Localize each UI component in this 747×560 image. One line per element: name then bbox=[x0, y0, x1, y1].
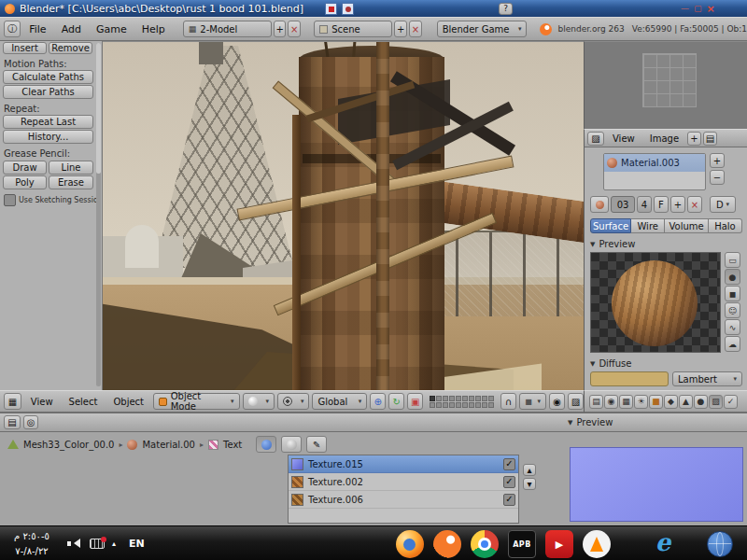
context-world-icon[interactable]: ☀ bbox=[634, 395, 648, 409]
diffuse-shader-selector[interactable]: Lambert ▾ bbox=[672, 371, 742, 386]
scene-selector[interactable]: Scene bbox=[314, 21, 392, 37]
image-menu-image[interactable]: Image bbox=[643, 130, 685, 147]
texture-enable-checkbox[interactable]: ✓ bbox=[503, 458, 515, 470]
layer-cell[interactable] bbox=[436, 402, 442, 408]
window-minimize-button[interactable]: — bbox=[681, 4, 689, 13]
insert-button[interactable]: Insert bbox=[3, 42, 47, 54]
context-texture-icon[interactable]: ▨ bbox=[709, 395, 723, 409]
mode-selector[interactable]: Object Mode ▾ bbox=[153, 393, 240, 410]
menu-help[interactable]: Help bbox=[135, 18, 172, 40]
texture-enable-checkbox[interactable]: ✓ bbox=[503, 476, 515, 488]
properties-editor-type-icon[interactable]: ▤ bbox=[589, 395, 603, 409]
orientation-selector[interactable]: Global ▾ bbox=[312, 393, 367, 410]
remove-button[interactable]: Remove bbox=[49, 42, 92, 54]
preview-monkey-button[interactable]: ☺ bbox=[725, 302, 740, 318]
tab-wire[interactable]: Wire bbox=[631, 218, 665, 233]
layer-cell[interactable] bbox=[462, 396, 468, 401]
preview-flat-button[interactable]: ▭ bbox=[725, 252, 740, 268]
history-button[interactable]: History... bbox=[3, 130, 93, 144]
menu-game[interactable]: Game bbox=[90, 18, 134, 40]
texture-context-material-button[interactable] bbox=[256, 436, 276, 453]
layer-cell[interactable] bbox=[475, 402, 481, 408]
texture-context-world-button[interactable] bbox=[281, 436, 302, 453]
texture-slot-list[interactable]: Texture.015 ✓ Texture.002 ✓ Texture.006 … bbox=[288, 455, 519, 524]
taskbar-youtube-icon[interactable]: ▶ bbox=[545, 530, 573, 558]
snap-magnet-button[interactable]: ∩ bbox=[500, 393, 516, 410]
pin-icon[interactable]: ◎ bbox=[23, 415, 38, 429]
taskbar-blender-icon[interactable] bbox=[433, 530, 461, 558]
image-new-button[interactable]: + bbox=[687, 132, 701, 146]
manipulator-translate-button[interactable]: ⊕ bbox=[370, 393, 386, 410]
context-constraint-icon[interactable]: ◆ bbox=[664, 395, 678, 409]
manipulator-scale-button[interactable]: ▣ bbox=[407, 393, 423, 410]
texture-slot-row[interactable]: Texture.015 ✓ bbox=[289, 455, 518, 473]
calculate-paths-button[interactable]: Calculate Paths bbox=[3, 70, 93, 84]
layer-cell[interactable] bbox=[449, 402, 455, 408]
material-name-field[interactable]: 03 bbox=[611, 196, 635, 213]
texture-enable-checkbox[interactable]: ✓ bbox=[503, 494, 515, 506]
language-indicator[interactable]: EN bbox=[129, 538, 145, 550]
image-editor[interactable] bbox=[584, 41, 747, 129]
scene-add-button[interactable]: + bbox=[394, 21, 407, 37]
layer-cell[interactable] bbox=[436, 396, 442, 401]
window-close-button[interactable]: × bbox=[707, 3, 715, 15]
material-browse-button[interactable] bbox=[590, 196, 609, 213]
taskbar-firefox-icon[interactable] bbox=[396, 530, 424, 558]
preview-cube-button[interactable]: ◼ bbox=[725, 286, 740, 301]
context-render-icon[interactable]: ◉ bbox=[604, 395, 618, 409]
context-data-icon[interactable]: ● bbox=[694, 395, 708, 409]
material-fake-user-button[interactable]: F bbox=[654, 196, 669, 213]
viewport-menu-view[interactable]: View bbox=[24, 391, 60, 412]
grease-poly-button[interactable]: Poly bbox=[3, 175, 47, 189]
image-editor-type-icon[interactable]: ▨ bbox=[587, 132, 604, 146]
viewport-menu-object[interactable]: Object bbox=[106, 391, 150, 412]
tab-surface[interactable]: Surface bbox=[590, 218, 631, 233]
overlay-rec-icon-2[interactable] bbox=[342, 3, 354, 15]
texture-slot-row[interactable]: Texture.006 ✓ bbox=[289, 491, 518, 509]
layer-cell[interactable] bbox=[456, 402, 461, 408]
taskbar-clock[interactable]: ٥-٢:٥٠ م ٢٢/-٨/-٧ bbox=[2, 529, 62, 558]
manipulator-rotate-button[interactable]: ↻ bbox=[388, 393, 404, 410]
diffuse-color-swatch[interactable] bbox=[590, 371, 669, 386]
material-data-toggle[interactable]: D ▾ bbox=[710, 196, 736, 213]
network-globe-icon[interactable] bbox=[707, 531, 733, 557]
material-users-button[interactable]: 4 bbox=[637, 196, 652, 213]
layer-cell[interactable] bbox=[462, 402, 468, 408]
texture-context-brush-button[interactable]: ✎ bbox=[306, 436, 327, 453]
overlay-rec-icon-1[interactable] bbox=[325, 3, 337, 15]
preview-hair-button[interactable]: ∿ bbox=[725, 319, 740, 335]
layer-cell[interactable] bbox=[475, 396, 481, 401]
tab-volume[interactable]: Volume bbox=[665, 218, 709, 233]
diffuse-panel-header[interactable]: ▼ Diffuse bbox=[590, 358, 631, 369]
taskbar-media-player-icon[interactable] bbox=[583, 530, 611, 558]
layer-cell[interactable] bbox=[449, 396, 455, 401]
layer-cell[interactable] bbox=[443, 396, 448, 401]
render-engine-selector[interactable]: Blender Game ▾ bbox=[437, 21, 528, 37]
layer-cell[interactable] bbox=[430, 396, 435, 401]
snap-element-selector[interactable]: ■ ▾ bbox=[519, 393, 546, 410]
breadcrumb-texture[interactable]: Text bbox=[223, 440, 242, 450]
render-animation-button[interactable]: ▨ bbox=[568, 393, 584, 410]
material-new-button[interactable]: + bbox=[670, 196, 685, 213]
viewport-menu-select[interactable]: Select bbox=[63, 391, 105, 412]
window-maximize-button[interactable]: ▢ bbox=[694, 4, 702, 13]
layer-cell[interactable] bbox=[469, 396, 474, 401]
layer-cell[interactable] bbox=[488, 396, 494, 401]
layer-cell[interactable] bbox=[456, 396, 461, 401]
grease-line-button[interactable]: Line bbox=[49, 161, 93, 175]
scene-delete-button[interactable]: × bbox=[409, 21, 422, 37]
menu-file[interactable]: File bbox=[22, 18, 52, 40]
taskbar-ie-icon[interactable]: e bbox=[649, 528, 677, 556]
screen-layout-selector[interactable]: ▦ 2-Model bbox=[183, 21, 272, 37]
context-physics-icon[interactable]: ✓ bbox=[724, 395, 738, 409]
tab-halo[interactable]: Halo bbox=[709, 218, 742, 233]
material-unlink-button[interactable]: × bbox=[687, 196, 702, 213]
info-editor-icon[interactable]: ⓘ bbox=[4, 21, 21, 37]
tray-expand-icon[interactable]: ▴ bbox=[112, 539, 116, 548]
material-slot-remove-button[interactable]: − bbox=[710, 170, 725, 185]
breadcrumb-mesh[interactable]: Mesh33_Color_00.0 bbox=[23, 440, 114, 450]
layer-cell[interactable] bbox=[469, 402, 474, 408]
3d-viewport[interactable] bbox=[103, 41, 584, 390]
grease-draw-button[interactable]: Draw bbox=[3, 161, 47, 175]
layout-add-button[interactable]: + bbox=[274, 21, 287, 37]
